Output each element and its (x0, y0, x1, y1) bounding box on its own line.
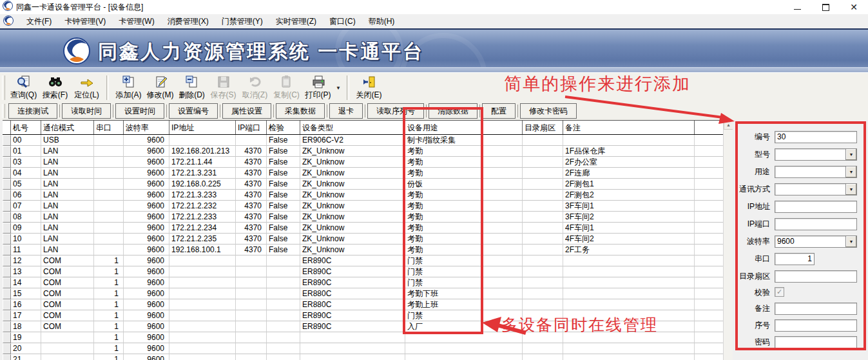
menu-item-1[interactable]: 卡钟管理(V) (58, 14, 112, 29)
device-toolbar-button-清除数据[interactable]: 清除数据 (429, 103, 477, 119)
minimize-button[interactable] (783, 0, 811, 14)
row-selector[interactable] (3, 354, 11, 360)
row-selector[interactable] (3, 146, 11, 157)
menu-item-4[interactable]: 门禁管理(Y) (215, 14, 269, 29)
menu-item-0[interactable]: 文件(F) (20, 14, 58, 29)
device-toolbar-button-读取序列号[interactable]: 读取序列号 (367, 103, 424, 119)
table-row-11[interactable]: 11LAN9600192.168.100.14370FalseZK_Unknow… (3, 245, 723, 255)
row-selector[interactable] (3, 223, 11, 234)
table-row-15[interactable]: 15COM19600ER880C考勤下班 (3, 288, 723, 299)
device-toolbar-button-连接测试[interactable]: 连接测试 (8, 103, 57, 119)
row-selector[interactable] (3, 201, 11, 212)
row-selector[interactable] (3, 168, 11, 179)
table-row-09[interactable]: 09LAN9600172.21.2.2344370FalseZK_Unknow考… (3, 223, 723, 234)
table-row-00[interactable]: 00USB9600FalseER906C-V2制卡/指纹采集 (3, 135, 723, 146)
combo-comm-mode[interactable]: ▼ (775, 183, 857, 195)
chevron-down-icon[interactable]: ▼ (845, 236, 856, 247)
column-header-设备类型[interactable]: 设备类型 (300, 121, 405, 134)
row-selector[interactable] (3, 135, 11, 146)
table-row-16[interactable]: 16COM19600ER880C考勤上班 (3, 299, 723, 310)
table-row-08[interactable]: 08LAN9600172.21.2.2334370FalseZK_Unknow考… (3, 212, 723, 223)
column-header-IP端口[interactable]: IP端口 (236, 121, 267, 134)
vertical-scrollbar[interactable]: ▲ (723, 120, 733, 360)
column-header-目录扇区[interactable]: 目录扇区 (523, 121, 563, 134)
device-toolbar-button-采集数据[interactable]: 采集数据 (276, 103, 325, 119)
device-toolbar-button-属性设置[interactable]: 属性设置 (222, 103, 271, 119)
column-header-备注[interactable]: 备注 (563, 121, 695, 134)
row-selector[interactable] (3, 245, 11, 255)
row-selector[interactable] (3, 310, 11, 321)
toolbar-button-添加[interactable]: 添加(A) (113, 74, 144, 101)
device-toolbar-button-读取时间[interactable]: 读取时间 (62, 103, 111, 119)
chevron-down-icon[interactable]: ▼ (845, 166, 856, 177)
table-row-13[interactable]: 13COM19600ER890C门禁 (3, 266, 723, 277)
close-button[interactable]: ✕ (840, 0, 868, 14)
combo-usage[interactable]: ▼ (775, 166, 857, 178)
table-row-01[interactable]: 01LAN9600192.168.201.2134370FalseZK_Unkn… (3, 146, 723, 157)
row-selector[interactable] (3, 157, 11, 168)
table-row-10[interactable]: 10LAN9600172.21.2.2354370FalseZK_Unknow考… (3, 234, 723, 245)
menu-item-5[interactable]: 实时管理(Z) (269, 14, 323, 29)
table-row-03[interactable]: 03LAN9600172.21.1.444370FalseZK_Unknow考勤… (3, 157, 723, 168)
toolbar-button-关闭[interactable]: 关闭(E) (353, 74, 385, 101)
row-selector[interactable] (3, 277, 11, 288)
table-row-20[interactable]: 2019600 (3, 343, 723, 354)
device-toolbar-button-修改卡密码[interactable]: 修改卡密码 (520, 103, 577, 119)
table-row-04[interactable]: 04LAN9600172.21.3.2314370FalseZK_Unknow考… (3, 168, 723, 179)
menu-item-3[interactable]: 消费管理(X) (161, 14, 215, 29)
table-row-06[interactable]: 06LAN9600172.21.3.2334370FalseZK_Unknow考… (3, 190, 723, 201)
input-directory-sector[interactable] (775, 270, 857, 283)
row-selector[interactable] (3, 266, 11, 277)
row-selector[interactable] (3, 179, 11, 190)
column-header-检验[interactable]: 检验 (267, 121, 300, 134)
column-header-IP地址[interactable]: IP地址 (169, 121, 236, 134)
input-remark[interactable] (775, 303, 857, 315)
toolbar-button-打印[interactable]: 打印(P) (302, 74, 334, 101)
chevron-down-icon[interactable]: ▼ (845, 149, 856, 160)
toolbar-button-查询[interactable]: 查询(Q) (8, 74, 39, 101)
row-selector[interactable] (3, 234, 11, 245)
input-serial-number[interactable] (775, 319, 857, 332)
menu-item-7[interactable]: 帮助(H) (362, 14, 401, 29)
combo-baud-rate[interactable]: 9600▼ (775, 235, 857, 248)
combo-model[interactable]: ▼ (775, 148, 857, 161)
device-toolbar-button-配置[interactable]: 配置 (482, 103, 516, 119)
column-header-设备用途[interactable]: 设备用途 (405, 121, 523, 134)
table-row-07[interactable]: 07LAN9600172.21.2.2324370FalseZK_Unknow考… (3, 201, 723, 212)
column-header-波特率[interactable]: 波特率 (124, 121, 169, 134)
device-toolbar-button-退卡[interactable]: 退卡 (329, 103, 363, 119)
chevron-down-icon[interactable]: ▼ (845, 184, 856, 195)
row-selector[interactable] (3, 288, 11, 299)
toolbar-button-修改[interactable]: 修改(M) (144, 74, 176, 101)
column-header-机号[interactable]: 机号 (11, 121, 41, 134)
input-ip-address[interactable] (775, 201, 857, 213)
table-row-21[interactable]: 2119600 (3, 354, 723, 360)
column-header-通信模式[interactable]: 通信模式 (41, 121, 94, 134)
toolbar-button-删除[interactable]: 删除(D) (176, 74, 207, 101)
row-selector[interactable] (3, 299, 11, 310)
row-selector[interactable] (3, 255, 11, 266)
row-selector[interactable] (3, 321, 11, 332)
row-selector[interactable] (3, 190, 11, 201)
menu-item-2[interactable]: 卡管理(W) (112, 14, 160, 29)
input-password[interactable] (775, 336, 857, 348)
column-header-串口[interactable]: 串口 (94, 121, 124, 134)
toolbar-button-搜索[interactable]: 搜索(F) (39, 74, 71, 101)
input-number[interactable]: 30 (775, 131, 857, 143)
row-selector[interactable] (3, 343, 11, 354)
scroll-up-button[interactable]: ▲ (724, 120, 733, 130)
table-row-12[interactable]: 12COM19600ER890C门禁 (3, 255, 723, 266)
input-ip-port[interactable] (775, 218, 857, 230)
print-dropdown-caret-icon[interactable]: ▼ (334, 74, 343, 101)
device-toolbar-button-设置时间[interactable]: 设置时间 (115, 103, 164, 119)
input-serial-port[interactable]: 1 (775, 253, 815, 265)
device-toolbar-button-设置编号[interactable]: 设置编号 (169, 103, 218, 119)
table-row-05[interactable]: 05LAN9600192.168.0.2254370FalseZK_Unknow… (3, 179, 723, 190)
table-row-14[interactable]: 14COM19600ER890C门禁 (3, 277, 723, 288)
checkbox-verify[interactable]: ✓ (775, 287, 784, 297)
toolbar-button-定位[interactable]: 定位(L) (71, 74, 102, 101)
menu-item-6[interactable]: 窗口(C) (323, 14, 362, 29)
maximize-button[interactable] (811, 0, 840, 14)
row-selector[interactable] (3, 212, 11, 223)
row-selector[interactable] (3, 332, 11, 343)
